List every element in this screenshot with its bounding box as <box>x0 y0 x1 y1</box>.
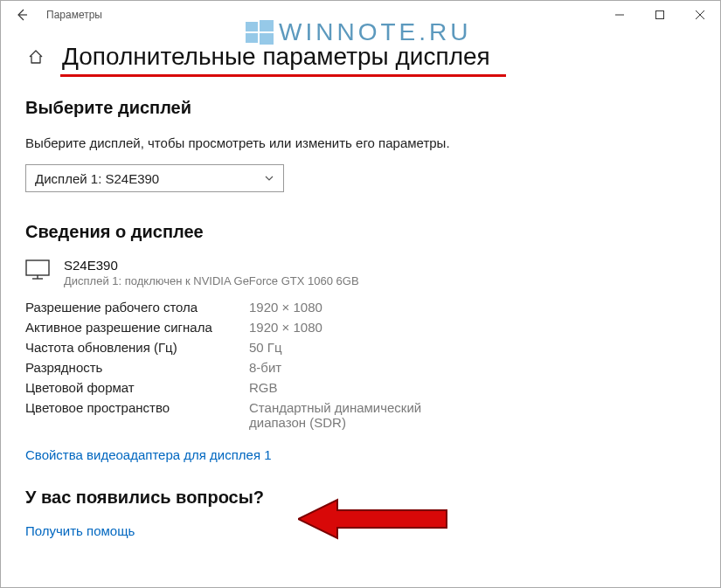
spec-label: Активное разрешение сигнала <box>25 320 249 335</box>
maximize-button[interactable] <box>640 1 680 29</box>
display-connection: Дисплей 1: подключен к NVIDIA GeForce GT… <box>64 274 359 287</box>
spec-row: Разрешение рабочего стола1920 × 1080 <box>25 300 696 315</box>
questions-heading: У вас появились вопросы? <box>25 488 696 508</box>
spec-row: Цветовое пространствоСтандартный динамич… <box>25 400 696 430</box>
titlebar: Параметры <box>1 1 720 29</box>
select-display-desc: Выберите дисплей, чтобы просмотреть или … <box>25 134 696 152</box>
spec-value: 50 Гц <box>249 340 282 355</box>
home-icon <box>28 49 44 65</box>
arrow-left-icon <box>15 8 29 22</box>
display-info-heading: Сведения о дисплее <box>25 222 696 242</box>
display-select-dropdown[interactable]: Дисплей 1: S24E390 <box>25 164 284 192</box>
chevron-down-icon <box>264 173 274 183</box>
display-name: S24E390 <box>64 258 359 273</box>
display-summary: S24E390 Дисплей 1: подключен к NVIDIA Ge… <box>25 258 696 287</box>
spec-row: Цветовой форматRGB <box>25 380 696 395</box>
spec-label: Разрядность <box>25 360 249 375</box>
minimize-icon <box>615 10 624 19</box>
back-button[interactable] <box>4 1 39 29</box>
spec-row: Активное разрешение сигнала1920 × 1080 <box>25 320 696 335</box>
monitor-icon <box>25 259 50 280</box>
spec-label: Разрешение рабочего стола <box>25 300 249 315</box>
svg-rect-9 <box>26 260 49 275</box>
select-display-heading: Выберите дисплей <box>25 98 696 118</box>
spec-value: 1920 × 1080 <box>249 300 322 315</box>
page-title: Дополнительные параметры дисплея <box>62 43 490 71</box>
spec-value: RGB <box>249 380 278 395</box>
minimize-button[interactable] <box>600 1 640 29</box>
spec-row: Частота обновления (Гц)50 Гц <box>25 340 696 355</box>
maximize-icon <box>655 10 664 19</box>
get-help-link[interactable]: Получить помощь <box>25 523 135 538</box>
spec-table: Разрешение рабочего стола1920 × 1080Акти… <box>25 300 696 430</box>
svg-rect-2 <box>656 11 664 19</box>
spec-value: Стандартный динамический диапазон (SDR) <box>249 400 476 430</box>
annotation-underline <box>60 74 506 77</box>
close-button[interactable] <box>680 1 720 29</box>
spec-label: Цветовое пространство <box>25 400 249 430</box>
adapter-properties-link[interactable]: Свойства видеоадаптера для дисплея 1 <box>25 447 272 462</box>
dropdown-value: Дисплей 1: S24E390 <box>35 171 159 186</box>
spec-label: Частота обновления (Гц) <box>25 340 249 355</box>
spec-row: Разрядность8-бит <box>25 360 696 375</box>
window-title: Параметры <box>46 9 102 21</box>
home-button[interactable] <box>25 49 46 65</box>
spec-value: 1920 × 1080 <box>249 320 322 335</box>
spec-label: Цветовой формат <box>25 380 249 395</box>
close-icon <box>696 10 704 19</box>
spec-value: 8-бит <box>249 360 281 375</box>
